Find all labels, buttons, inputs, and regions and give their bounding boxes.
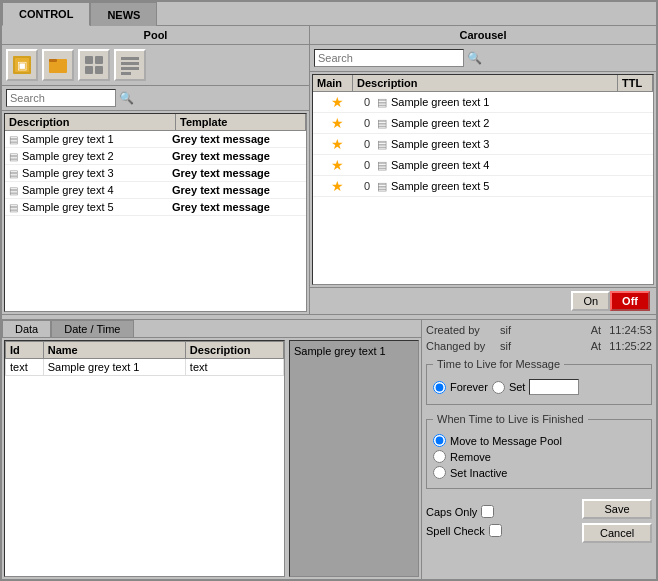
carousel-list-header: Main Description TTL	[313, 75, 653, 92]
remove-label: Remove	[450, 451, 491, 463]
props-panel: Created by sif At 11:24:53 Changed by si…	[422, 320, 656, 579]
table-row[interactable]: text Sample grey text 1 text	[6, 359, 284, 376]
list-item[interactable]: ▤ Sample grey text 5 Grey text message	[5, 199, 306, 216]
star-icon-1: ★	[331, 94, 344, 110]
list-item[interactable]: ▤ Sample grey text 2 Grey text message	[5, 148, 306, 165]
changed-by-label: Changed by	[426, 340, 496, 352]
changed-by-row: Changed by sif At 11:25:22	[426, 340, 652, 352]
list-item[interactable]: ★ 0 ▤ Sample green text 3	[313, 134, 653, 155]
changed-at-label: At	[591, 340, 601, 352]
ci-item-icon-1: ▤	[377, 96, 387, 109]
item-name-3: Sample grey text 3	[22, 167, 172, 179]
star-icon-5: ★	[331, 178, 344, 194]
carousel-col-description: Description	[353, 75, 618, 91]
svg-rect-6	[95, 56, 103, 64]
spell-label: Spell Check	[426, 525, 485, 537]
ci-name-5: Sample green text 5	[391, 180, 614, 192]
star-icon-2: ★	[331, 115, 344, 131]
pool-col-template: Template	[176, 114, 306, 130]
svg-text:▣: ▣	[17, 59, 27, 71]
move-radio-row: Move to Message Pool	[433, 434, 645, 447]
caps-label: Caps Only	[426, 506, 477, 518]
ttl-group-legend: Time to Live for Message	[433, 358, 564, 370]
item-icon-4: ▤	[9, 185, 18, 196]
data-table: Id Name Description text Sample grey tex…	[4, 340, 285, 577]
remove-radio-row: Remove	[433, 450, 645, 463]
set-radio[interactable]	[492, 381, 505, 394]
remove-radio[interactable]	[433, 450, 446, 463]
item-tmpl-5: Grey text message	[172, 201, 302, 213]
spell-checkbox[interactable]	[489, 524, 502, 537]
pool-tool-btn-1[interactable]: ▣	[6, 49, 38, 81]
list-item[interactable]: ★ 0 ▤ Sample green text 5	[313, 176, 653, 197]
list-icon	[120, 55, 140, 75]
list-item[interactable]: ▤ Sample grey text 4 Grey text message	[5, 182, 306, 199]
pool-tool-btn-3[interactable]	[78, 49, 110, 81]
carousel-search-input[interactable]	[314, 49, 464, 67]
cell-name: Sample grey text 1	[43, 359, 185, 376]
ci-name-2: Sample green text 2	[391, 117, 614, 129]
cancel-button[interactable]: Cancel	[582, 523, 652, 543]
grid-icon	[84, 55, 104, 75]
carousel-search-icon: 🔍	[467, 51, 482, 65]
item-icon-5: ▤	[9, 202, 18, 213]
pool-tool-btn-2[interactable]	[42, 49, 74, 81]
ci-item-icon-4: ▤	[377, 159, 387, 172]
item-tmpl-3: Grey text message	[172, 167, 302, 179]
item-name-5: Sample grey text 5	[22, 201, 172, 213]
caps-row: Caps Only	[426, 505, 502, 518]
item-icon-2: ▤	[9, 151, 18, 162]
pool-list-header: Description Template	[5, 114, 306, 131]
forever-radio[interactable]	[433, 381, 446, 394]
move-radio[interactable]	[433, 434, 446, 447]
pool-col-description: Description	[5, 114, 176, 130]
preview-text: Sample grey text 1	[294, 345, 386, 357]
item-tmpl-4: Grey text message	[172, 184, 302, 196]
item-icon-3: ▤	[9, 168, 18, 179]
ttl-group: Time to Live for Message Forever Set	[426, 358, 652, 405]
off-button[interactable]: Off	[610, 291, 650, 311]
pool-list: Description Template ▤ Sample grey text …	[4, 113, 307, 312]
svg-rect-9	[121, 57, 139, 60]
forever-radio-row: Forever Set	[433, 379, 645, 395]
ttl-finished-legend: When Time to Live is Finished	[433, 413, 588, 425]
onoff-bar: On Off	[310, 287, 656, 314]
tab-news[interactable]: NEWS	[90, 2, 157, 26]
ci-name-3: Sample green text 3	[391, 138, 614, 150]
save-button[interactable]: Save	[582, 499, 652, 519]
ci-num-5: 0	[357, 180, 377, 192]
tab-control[interactable]: CONTROL	[2, 2, 90, 26]
list-item[interactable]: ★ 0 ▤ Sample green text 2	[313, 113, 653, 134]
changed-by-value: sif	[500, 340, 511, 352]
set-inactive-radio[interactable]	[433, 466, 446, 479]
caps-checkbox[interactable]	[481, 505, 494, 518]
ci-item-icon-3: ▤	[377, 138, 387, 151]
item-icon-1: ▤	[9, 134, 18, 145]
pool-search-input[interactable]	[6, 89, 116, 107]
list-item[interactable]: ★ 0 ▤ Sample green text 4	[313, 155, 653, 176]
cell-id: text	[6, 359, 44, 376]
ci-num-3: 0	[357, 138, 377, 150]
tab-datetime[interactable]: Date / Time	[51, 320, 133, 337]
ttl-finished-group: When Time to Live is Finished Move to Me…	[426, 413, 652, 489]
preview-box: Sample grey text 1	[289, 340, 419, 577]
pool-panel: Pool ▣	[2, 26, 310, 314]
ci-num-4: 0	[357, 159, 377, 171]
pool-tool-btn-4[interactable]	[114, 49, 146, 81]
ttl-input[interactable]	[529, 379, 579, 395]
list-item[interactable]: ▤ Sample grey text 1 Grey text message	[5, 131, 306, 148]
main-container: CONTROL NEWS Pool ▣	[0, 0, 658, 581]
set-inactive-radio-row: Set Inactive	[433, 466, 645, 479]
ci-num-1: 0	[357, 96, 377, 108]
data-panel: Data Date / Time Id Name Description	[2, 320, 422, 579]
ci-num-2: 0	[357, 117, 377, 129]
list-item[interactable]: ★ 0 ▤ Sample green text 1	[313, 92, 653, 113]
tab-data[interactable]: Data	[2, 320, 51, 337]
list-item[interactable]: ▤ Sample grey text 3 Grey text message	[5, 165, 306, 182]
item-name-4: Sample grey text 4	[22, 184, 172, 196]
svg-rect-4	[49, 59, 57, 62]
tab-bar: CONTROL NEWS	[2, 2, 656, 26]
carousel-list: Main Description TTL ★ 0 ▤ Sample green …	[312, 74, 654, 285]
col-description: Description	[185, 342, 283, 359]
on-button[interactable]: On	[571, 291, 610, 311]
